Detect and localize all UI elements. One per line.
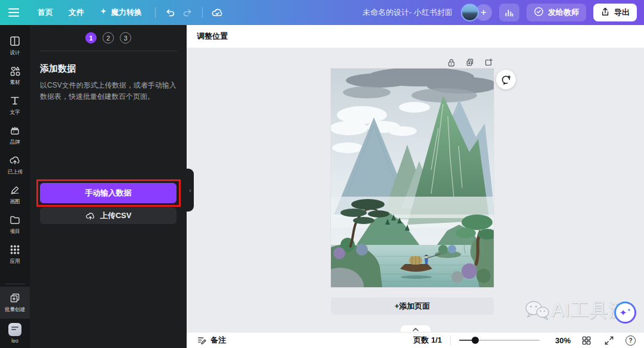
fullscreen-icon[interactable] (602, 333, 616, 347)
help-button[interactable]: ? (626, 335, 636, 346)
sidebar-item-leo-app[interactable]: leo (0, 319, 30, 348)
watermark: AI工具派 (524, 298, 627, 323)
pages-expand-tab[interactable] (401, 325, 431, 332)
user-avatar[interactable] (461, 4, 479, 21)
step-1[interactable]: 1 (85, 32, 97, 44)
step-3[interactable]: 3 (120, 32, 131, 44)
canvas-toolbar: 调整位置 (187, 25, 644, 48)
send-to-teacher-button[interactable]: 发给教师 (527, 4, 586, 21)
add-page-button[interactable]: +添加页面 (331, 297, 494, 315)
sidebar-label: 文字 (10, 108, 20, 116)
panel-description: 以CSV文件的形式上传数据，或者手动输入数据表，快速批量创建数百个页面。 (40, 80, 177, 102)
step-indicator: 1 2 3 (30, 25, 187, 44)
sidebar-label: 批量创建 (5, 306, 25, 313)
panel-collapse-handle[interactable]: ‹ (187, 169, 194, 212)
comment-button[interactable] (496, 70, 516, 89)
duplicate-page-icon[interactable] (465, 57, 475, 68)
sidebar-item-apps[interactable]: 应用 (0, 240, 30, 269)
sidebar-item-uploads[interactable]: 已上传 (0, 150, 30, 180)
upload-csv-button[interactable]: 上传CSV (40, 207, 177, 224)
menu-magic-switch[interactable]: 魔力转换 (92, 0, 150, 25)
app-root: 首页 文件 魔力转换 未命名的设计- 小红书封面 + (0, 0, 644, 348)
sidebar-item-projects[interactable]: 项目 (0, 210, 30, 240)
insights-chart-button[interactable] (499, 4, 519, 21)
redo-icon[interactable] (179, 4, 197, 21)
grid-view-icon[interactable] (579, 333, 593, 347)
design-title[interactable]: 未命名的设计- 小红书封面 (363, 7, 453, 18)
magic-wand-icon (100, 8, 107, 17)
sidebar-label: 素材 (10, 79, 20, 86)
topbar: 首页 文件 魔力转换 未命名的设计- 小红书封面 + (0, 0, 644, 25)
lock-icon[interactable] (446, 57, 457, 68)
topbar-separator (155, 7, 156, 18)
wechat-icon (524, 299, 550, 322)
sidebar-label: 设计 (10, 49, 20, 56)
check-circle-icon (534, 7, 544, 18)
leo-app-icon (8, 323, 21, 336)
step-2[interactable]: 2 (103, 32, 114, 44)
toolbar-title: 调整位置 (197, 31, 228, 42)
send-to-teacher-label: 发给教师 (548, 7, 579, 18)
sidebar-label: 项目 (10, 228, 20, 235)
sidebar-label: 品牌 (10, 138, 20, 145)
sidebar-label: leo (11, 338, 18, 344)
undo-icon[interactable] (161, 4, 179, 21)
menu-magic-label: 魔力转换 (111, 7, 142, 18)
hamburger-menu-icon[interactable] (8, 8, 19, 17)
canvas-page[interactable] (331, 69, 494, 287)
topbar-right-group: 未命名的设计- 小红书封面 + 发给教师 导出 (363, 4, 637, 21)
page-count: 页数 1/1 (413, 335, 442, 346)
statusbar-separator (450, 335, 451, 345)
sidebar-item-elements[interactable]: 素材 (0, 61, 30, 91)
bulk-create-panel: 1 2 3 添加数据 以CSV文件的形式上传数据，或者手动输入数据表，快速批量创… (30, 25, 187, 348)
zoom-slider-thumb[interactable] (472, 337, 479, 344)
menu-file[interactable]: 文件 (61, 0, 92, 25)
canvas-area[interactable]: +添加页面 AI工具派 ✦✦ (187, 48, 644, 332)
statusbar: 备注 页数 1/1 30% ? (187, 332, 644, 348)
zoom-level: 30% (549, 336, 571, 345)
page-actions (446, 57, 494, 68)
sidebar-item-bulk-create[interactable]: 批量创建 (0, 287, 30, 319)
landscape-artwork (331, 69, 494, 287)
sparkle-icon: ✦✦ (620, 308, 631, 317)
statusbar-right: 页数 1/1 30% ? (413, 333, 636, 347)
sidebar-item-design[interactable]: 设计 (0, 31, 30, 61)
assistant-sparkle-button[interactable]: ✦✦ (614, 302, 636, 324)
sidebar-item-draw[interactable]: 画图 (0, 180, 30, 210)
notes-label: 备注 (210, 335, 226, 346)
export-button[interactable]: 导出 (593, 4, 637, 21)
notes-button[interactable]: 备注 (197, 335, 226, 346)
sidebar-label: 已上传 (7, 168, 23, 175)
cloud-saved-icon[interactable] (208, 4, 226, 21)
add-page-icon[interactable] (483, 57, 494, 68)
manual-input-data-button[interactable]: 手动输入数据 (40, 183, 177, 203)
help-label: ? (628, 337, 632, 344)
upload-csv-label: 上传CSV (100, 210, 132, 221)
cloud-upload-icon (85, 211, 95, 221)
rail-divider (5, 284, 25, 284)
plus-icon: + (481, 7, 487, 18)
export-icon (600, 7, 610, 18)
menu-file-label: 文件 (69, 7, 84, 18)
sidebar-label: 应用 (10, 257, 20, 265)
panel-heading: 添加数据 (40, 63, 177, 74)
menu-home[interactable]: 首页 (30, 0, 61, 25)
panel-divider (39, 51, 177, 51)
left-rail: 设计 素材 文字 品牌 已上传 画图 项目 应用 (0, 25, 30, 348)
menu-home-label: 首页 (38, 7, 53, 18)
topbar-separator (202, 7, 203, 18)
sidebar-item-text[interactable]: 文字 (0, 91, 30, 120)
sidebar-label: 画图 (10, 198, 20, 205)
sidebar-item-brand[interactable]: 品牌 (0, 120, 30, 150)
zoom-slider[interactable] (459, 337, 540, 344)
export-label: 导出 (614, 7, 630, 18)
